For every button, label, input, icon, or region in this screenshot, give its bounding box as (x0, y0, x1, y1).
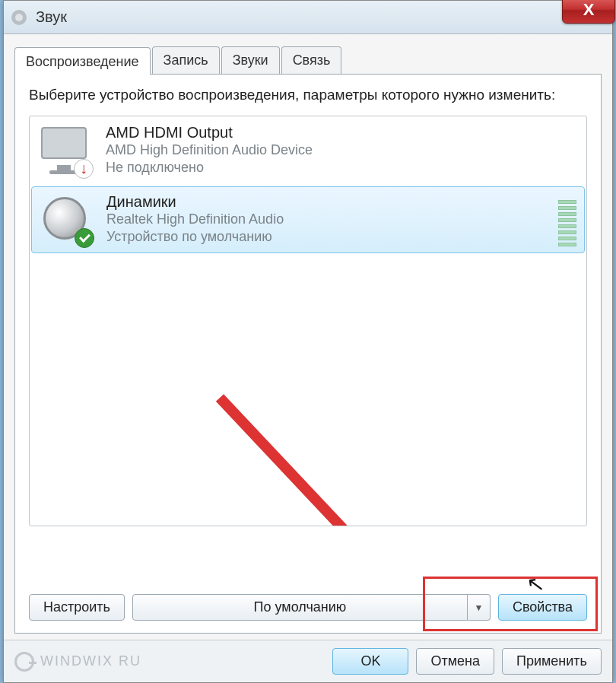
ok-button[interactable]: OK (332, 648, 408, 675)
tab-label: Запись (164, 52, 208, 68)
bottom-controls: Настроить По умолчанию ▼ Свойства (29, 594, 587, 621)
titlebar: Звук (4, 1, 612, 34)
set-default-button[interactable]: По умолчанию (132, 594, 468, 621)
device-driver: AMD High Definition Audio Device (106, 141, 577, 159)
close-icon: X (583, 0, 595, 20)
watermark-text: WINDWIX RU (40, 653, 141, 669)
button-label: Свойства (513, 599, 573, 615)
watermark: WINDWIX RU (14, 652, 141, 672)
device-text: Динамики Realtek High Definition Audio У… (106, 193, 552, 246)
instructions-text: Выберите устройство воспроизведения, пар… (29, 85, 587, 105)
annotation-arrow (189, 367, 509, 526)
button-label: Применить (516, 653, 587, 669)
device-list[interactable]: ↓ AMD HDMI Output AMD High Definition Au… (29, 116, 587, 526)
window-title: Звук (36, 8, 67, 26)
watermark-icon (14, 652, 34, 672)
status-disconnected-icon: ↓ (74, 159, 94, 179)
sound-sysicon (10, 8, 28, 27)
speaker-icon (40, 193, 93, 246)
tab-label: Воспроизведение (26, 54, 139, 69)
dialog-footer: WINDWIX RU OK Отмена Применить (4, 640, 612, 682)
button-label: Настроить (43, 599, 110, 615)
tab-communications[interactable]: Связь (281, 46, 342, 74)
status-default-icon (75, 228, 94, 248)
set-default-splitbutton[interactable]: По умолчанию ▼ (132, 594, 491, 621)
device-text: AMD HDMI Output AMD High Definition Audi… (106, 124, 577, 177)
set-default-dropdown[interactable]: ▼ (468, 594, 491, 621)
close-button[interactable]: X (562, 0, 615, 24)
configure-button[interactable]: Настроить (29, 594, 125, 621)
device-status: Не подключено (106, 159, 577, 176)
tab-sounds[interactable]: Звуки (221, 46, 280, 74)
tab-panel-playback: Выберите устройство воспроизведения, пар… (14, 74, 602, 634)
monitor-icon: ↓ (39, 124, 92, 177)
tab-label: Звуки (233, 52, 268, 68)
svg-line-2 (220, 398, 463, 526)
tab-strip: Воспроизведение Запись Звуки Связь (14, 46, 602, 74)
tab-record[interactable]: Запись (152, 46, 220, 74)
device-status: Устройство по умолчанию (106, 228, 552, 246)
device-name: Динамики (106, 193, 552, 211)
device-item-hdmi[interactable]: ↓ AMD HDMI Output AMD High Definition Au… (30, 116, 586, 185)
sound-dialog: Звук X Воспроизведение Запись Звуки Связ… (3, 0, 613, 683)
tab-playback[interactable]: Воспроизведение (14, 47, 151, 75)
chevron-down-icon: ▼ (475, 602, 484, 613)
level-meter (558, 193, 576, 246)
content-area: Воспроизведение Запись Звуки Связь Выбер… (14, 46, 602, 637)
device-driver: Realtek High Definition Audio (106, 211, 552, 228)
cancel-button[interactable]: Отмена (416, 648, 494, 675)
button-label: OK (360, 653, 380, 669)
tab-label: Связь (293, 52, 331, 68)
device-name: AMD HDMI Output (106, 124, 577, 141)
device-item-speakers[interactable]: Динамики Realtek High Definition Audio У… (31, 186, 585, 253)
properties-button[interactable]: Свойства (498, 594, 587, 621)
apply-button[interactable]: Применить (502, 648, 602, 675)
button-label: По умолчанию (254, 599, 347, 615)
button-label: Отмена (430, 653, 480, 669)
svg-point-1 (15, 14, 23, 21)
